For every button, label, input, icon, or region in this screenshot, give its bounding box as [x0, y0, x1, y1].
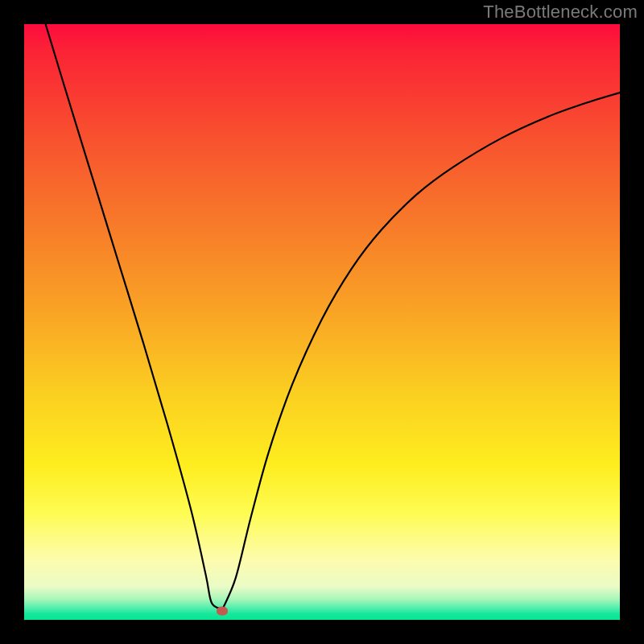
chart-frame: TheBottleneck.com [0, 0, 644, 644]
watermark-text: TheBottleneck.com [483, 2, 638, 23]
optimum-marker [217, 606, 228, 615]
bottleneck-curve-left [46, 24, 223, 609]
bottleneck-curve-right [222, 93, 620, 609]
plot-area [24, 24, 620, 620]
curve-svg [24, 24, 620, 620]
